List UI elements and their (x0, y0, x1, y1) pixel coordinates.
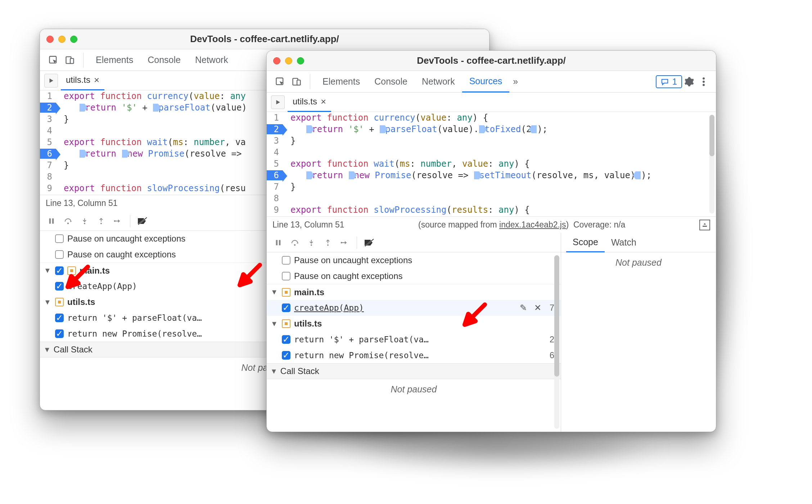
deactivate-bp-button[interactable] (135, 214, 150, 228)
fullscreen-button[interactable] (297, 57, 304, 64)
checkbox[interactable] (55, 234, 64, 243)
minimize-button[interactable] (58, 36, 66, 43)
close-icon[interactable]: × (321, 96, 326, 107)
chevron-down-icon: ▼ (270, 320, 278, 328)
close-button[interactable] (273, 57, 280, 64)
issues-button[interactable]: 1 (656, 75, 682, 88)
tab-elements[interactable]: Elements (89, 49, 140, 71)
step-over-button[interactable] (288, 235, 302, 250)
checkbox[interactable] (55, 250, 64, 259)
gear-icon[interactable] (682, 77, 696, 87)
tab-sources[interactable]: Sources (462, 71, 510, 93)
checkbox[interactable] (282, 272, 290, 280)
svg-point-6 (84, 222, 85, 224)
bp-item-hover[interactable]: ✓ createApp(App) ✎ ✕ 7 (267, 300, 561, 316)
bp-file-utils[interactable]: ▼ utils.ts (267, 316, 561, 332)
scrollbar[interactable] (709, 115, 714, 213)
checkbox[interactable]: ✓ (55, 314, 64, 322)
file-tab[interactable]: utils.ts × (61, 71, 104, 90)
step-button[interactable] (110, 214, 125, 228)
bp-item[interactable]: ✓return '$' + parseFloat(va…2 (267, 332, 561, 347)
file-tab-label: utils.ts (66, 75, 90, 85)
scrollbar[interactable] (554, 255, 559, 429)
annotation-arrow (66, 265, 91, 290)
pause-button[interactable] (271, 235, 285, 250)
more-tabs-icon[interactable]: » (509, 76, 522, 87)
pause-uncaught-row[interactable]: Pause on uncaught exceptions (267, 252, 561, 268)
deactivate-bp-button[interactable] (362, 235, 376, 250)
checkbox[interactable] (282, 256, 290, 265)
code-editor-front[interactable]: 1export function currency(value: any) { … (267, 112, 716, 216)
pause-button[interactable] (44, 214, 59, 228)
checkbox[interactable]: ✓ (282, 303, 290, 312)
tab-network[interactable]: Network (188, 49, 235, 71)
chevron-down-icon: ▼ (44, 346, 51, 354)
edit-icon[interactable]: ✎ (518, 303, 529, 313)
tab-console[interactable]: Console (140, 49, 188, 71)
close-icon[interactable]: × (94, 75, 99, 86)
tab-elements[interactable]: Elements (315, 71, 367, 93)
svg-point-21 (311, 244, 312, 246)
bp-file-main[interactable]: ▼ main.ts (267, 284, 561, 300)
checkbox[interactable]: ✓ (282, 335, 290, 344)
svg-point-7 (100, 222, 102, 224)
step-out-button[interactable] (94, 214, 108, 228)
mapped-file-link[interactable]: index.1ac4eab2.js (499, 220, 566, 229)
checkbox[interactable]: ✓ (282, 351, 290, 360)
file-icon (282, 319, 290, 328)
svg-rect-3 (49, 218, 51, 224)
svg-point-14 (703, 77, 705, 80)
devtools-toolbar-front: Elements Console Network Sources » 1 (267, 71, 716, 93)
svg-point-16 (703, 84, 705, 86)
tab-console[interactable]: Console (367, 71, 415, 93)
file-tab[interactable]: utils.ts × (288, 93, 331, 112)
step-button[interactable] (337, 235, 352, 250)
sources-subtabs-front: utils.ts × (267, 93, 716, 112)
remove-icon[interactable]: ✕ (532, 303, 543, 313)
chevron-down-icon: ▼ (44, 266, 51, 275)
history-icon[interactable] (699, 220, 710, 230)
file-icon (282, 288, 290, 297)
inspect-icon[interactable] (272, 71, 288, 93)
navigator-icon[interactable] (44, 74, 58, 87)
tab-network[interactable]: Network (415, 71, 462, 93)
checkbox[interactable]: ✓ (55, 282, 64, 291)
svg-point-8 (114, 220, 116, 221)
svg-rect-19 (279, 240, 281, 245)
checkbox[interactable]: ✓ (55, 266, 64, 275)
step-into-button[interactable] (304, 235, 319, 250)
window-title: DevTools - coffee-cart.netlify.app/ (40, 33, 489, 45)
step-into-button[interactable] (77, 214, 92, 228)
not-paused-label: Not paused (267, 379, 561, 400)
traffic-lights (46, 36, 77, 43)
fullscreen-button[interactable] (70, 36, 77, 43)
tab-watch[interactable]: Watch (605, 233, 643, 252)
window-title: DevTools - coffee-cart.netlify.app/ (267, 55, 716, 66)
titlebar-front: DevTools - coffee-cart.netlify.app/ (267, 51, 716, 71)
svg-point-23 (341, 242, 342, 243)
svg-point-20 (294, 244, 296, 246)
titlebar-back: DevTools - coffee-cart.netlify.app/ (40, 29, 489, 49)
traffic-lights (273, 57, 304, 64)
inspect-icon[interactable] (45, 49, 62, 71)
close-button[interactable] (46, 36, 54, 43)
navigator-icon[interactable] (271, 95, 285, 109)
device-icon[interactable] (288, 71, 305, 93)
file-icon (55, 298, 64, 306)
minimize-button[interactable] (285, 57, 292, 64)
device-icon[interactable] (62, 49, 78, 71)
tab-scope[interactable]: Scope (566, 233, 605, 252)
step-out-button[interactable] (321, 235, 335, 250)
step-over-button[interactable] (61, 214, 75, 228)
bp-item[interactable]: ✓return new Promise(resolve…6 (267, 347, 561, 363)
kebab-icon[interactable] (696, 77, 711, 86)
cursor-position: Line 13, Column 51 (272, 220, 344, 230)
pause-caught-row[interactable]: Pause on caught exceptions (267, 268, 561, 284)
callstack-header[interactable]: ▼Call Stack (267, 363, 561, 379)
devtools-window-front: DevTools - coffee-cart.netlify.app/ Elem… (266, 50, 716, 432)
checkbox[interactable]: ✓ (55, 329, 64, 338)
svg-rect-2 (70, 58, 73, 63)
file-tab-label: utils.ts (293, 96, 317, 107)
chevron-down-icon: ▼ (270, 367, 278, 375)
svg-point-15 (703, 81, 705, 83)
